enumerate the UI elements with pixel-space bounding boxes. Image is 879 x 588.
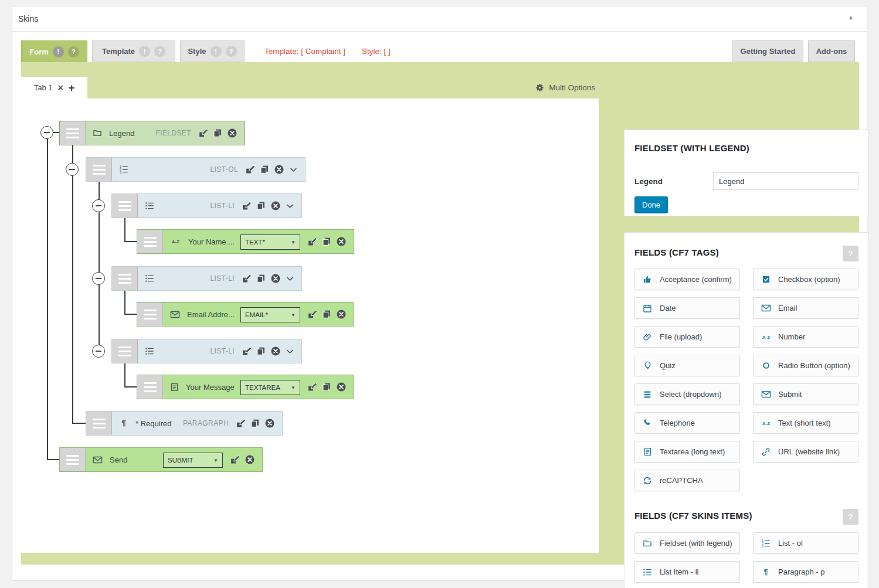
- help-badge[interactable]: ?: [226, 46, 237, 57]
- field-button-recaptcha[interactable]: reCAPTCHA: [634, 470, 740, 491]
- copy-icon[interactable]: [256, 274, 266, 283]
- edit-icon[interactable]: [242, 201, 252, 211]
- done-button[interactable]: Done: [634, 196, 668, 213]
- editor-tab-1[interactable]: Tab 1 × +: [21, 77, 87, 98]
- alert-badge[interactable]: !: [139, 46, 150, 57]
- multi-options-button[interactable]: Multi Options: [535, 77, 595, 98]
- cf7-tags-help-button[interactable]: ?: [843, 246, 858, 261]
- tree-node-list-li-1[interactable]: LIST-LI: [111, 193, 302, 218]
- edit-icon[interactable]: [242, 346, 252, 356]
- field-button-date[interactable]: Date: [634, 297, 740, 319]
- tree-node-list-ol[interactable]: 123LIST-OL: [86, 157, 306, 182]
- drag-handle-icon[interactable]: [137, 230, 163, 253]
- chevron-down-icon[interactable]: [289, 165, 298, 174]
- field-button-acceptance-confirm[interactable]: Acceptance (confirm): [634, 268, 740, 290]
- delete-icon[interactable]: [270, 200, 281, 211]
- delete-icon[interactable]: [336, 309, 347, 320]
- collapse-toggle-icon[interactable]: ▲: [848, 14, 854, 21]
- field-button-email[interactable]: Email: [753, 297, 858, 319]
- copy-icon[interactable]: [256, 201, 266, 210]
- drag-handle-icon[interactable]: [112, 194, 138, 217]
- field-button-quiz[interactable]: Quiz: [634, 355, 740, 376]
- tab-style[interactable]: Style ! ?: [180, 40, 245, 62]
- tag-type-select[interactable]: TEXT*▼: [240, 234, 300, 250]
- edit-icon[interactable]: [307, 382, 317, 392]
- drag-handle-icon[interactable]: [60, 121, 86, 145]
- copy-icon[interactable]: [322, 382, 331, 392]
- help-badge[interactable]: ?: [154, 46, 165, 57]
- field-button-checkbox-option[interactable]: Checkbox (option): [753, 268, 858, 290]
- tree-node-field-text[interactable]: A-ZYour Name ...TEXT*▼: [137, 229, 354, 254]
- edit-icon[interactable]: [242, 274, 252, 284]
- tree-node-submit[interactable]: SendSUBMIT▼: [59, 447, 263, 472]
- chevron-down-icon[interactable]: [286, 347, 294, 356]
- delete-icon[interactable]: [270, 273, 281, 284]
- edit-icon[interactable]: [307, 310, 317, 320]
- field-button-url-website-link[interactable]: URL (website link): [753, 441, 858, 463]
- field-button-submit[interactable]: Submit: [753, 383, 858, 405]
- drag-handle-icon[interactable]: [112, 339, 138, 363]
- edit-icon[interactable]: [245, 165, 255, 175]
- getting-started-button[interactable]: Getting Started: [732, 40, 803, 62]
- delete-icon[interactable]: [270, 346, 281, 356]
- collapse-node-icon[interactable]: [92, 272, 105, 285]
- chevron-down-icon[interactable]: [286, 202, 294, 210]
- delete-icon[interactable]: [336, 382, 347, 392]
- tag-type-select[interactable]: SUBMIT▼: [163, 453, 223, 468]
- tree-node-fieldset[interactable]: LegendFIELDSET: [59, 121, 245, 145]
- field-button-select-dropdown[interactable]: Select (dropdown): [634, 383, 740, 405]
- addons-button[interactable]: Add-ons: [808, 40, 855, 62]
- collapse-node-icon[interactable]: [40, 126, 53, 139]
- collapse-node-icon[interactable]: [92, 199, 105, 212]
- copy-icon[interactable]: [250, 419, 260, 428]
- drag-handle-icon[interactable]: [137, 375, 163, 399]
- copy-icon[interactable]: [322, 310, 331, 319]
- copy-icon[interactable]: [256, 346, 266, 356]
- tree-node-list-li-3[interactable]: LIST-LI: [111, 339, 302, 363]
- field-button-list-ol[interactable]: 123List - ol: [753, 532, 858, 554]
- drag-handle-icon[interactable]: [112, 267, 138, 290]
- tree-node-list-li-2[interactable]: LIST-LI: [111, 266, 302, 291]
- delete-icon[interactable]: [264, 418, 275, 429]
- field-button-radio-button-option[interactable]: Radio Button (option): [753, 355, 858, 376]
- copy-icon[interactable]: [322, 237, 331, 246]
- tab-template[interactable]: Template ! ?: [92, 40, 175, 62]
- alert-badge[interactable]: !: [53, 46, 64, 57]
- help-badge[interactable]: ?: [68, 46, 79, 57]
- field-button-file-upload[interactable]: File (upload): [634, 326, 740, 348]
- close-tab-icon[interactable]: ×: [57, 83, 63, 93]
- tab-form[interactable]: Form ! ?: [21, 40, 87, 62]
- skins-items-help-button[interactable]: ?: [843, 509, 858, 525]
- drag-handle-icon[interactable]: [86, 412, 112, 435]
- copy-icon[interactable]: [213, 128, 222, 138]
- drag-handle-icon[interactable]: [137, 303, 163, 326]
- field-button-telephone[interactable]: Telephone: [634, 412, 740, 434]
- field-button-text-short-text[interactable]: A-ZText (short text): [753, 412, 858, 434]
- field-button-fieldset-with-legend[interactable]: Fieldset (with legend): [634, 532, 740, 554]
- copy-icon[interactable]: [260, 165, 269, 174]
- drag-handle-icon[interactable]: [60, 448, 86, 471]
- tree-node-field-textarea[interactable]: Your MessageTEXTAREA▼: [137, 375, 354, 399]
- edit-icon[interactable]: [236, 419, 246, 429]
- field-button-paragraph-p[interactable]: ¶Paragraph - p: [753, 561, 858, 583]
- collapse-node-icon[interactable]: [66, 163, 79, 176]
- edit-icon[interactable]: [198, 128, 208, 138]
- field-button-number[interactable]: A-ZNumber: [753, 326, 858, 348]
- tree-node-paragraph[interactable]: ¶* RequiredPARAGRAPH: [86, 411, 283, 436]
- edit-icon[interactable]: [307, 237, 317, 247]
- delete-icon[interactable]: [274, 164, 284, 175]
- alert-badge[interactable]: !: [211, 46, 222, 57]
- add-tab-icon[interactable]: +: [69, 83, 75, 93]
- tree-node-field-email[interactable]: Email Addre...EMAIL*▼: [137, 302, 354, 327]
- collapse-node-icon[interactable]: [92, 345, 105, 358]
- delete-icon[interactable]: [336, 236, 347, 247]
- legend-input[interactable]: [713, 172, 858, 190]
- chevron-down-icon[interactable]: [286, 274, 294, 283]
- field-button-textarea-long-text[interactable]: Textarea (long text): [634, 441, 740, 463]
- delete-icon[interactable]: [227, 128, 237, 138]
- edit-icon[interactable]: [230, 455, 240, 465]
- drag-handle-icon[interactable]: [86, 158, 112, 181]
- delete-icon[interactable]: [245, 454, 255, 465]
- tag-type-select[interactable]: EMAIL*▼: [240, 307, 300, 322]
- field-button-list-item-li[interactable]: List Item - li: [634, 561, 740, 583]
